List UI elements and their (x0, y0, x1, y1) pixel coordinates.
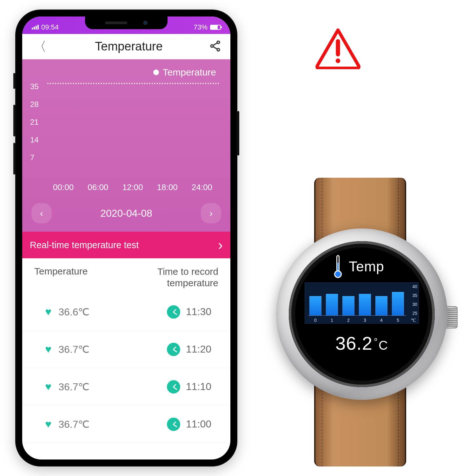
watch-reading: 36.2°C (335, 333, 388, 354)
signal-icon (32, 25, 39, 30)
chart-legend: Temperature (30, 67, 222, 78)
battery-pct: 73% (194, 23, 208, 31)
legend-dot-icon (153, 69, 159, 75)
chart-x-axis: 00:00 06:00 12:00 18:00 24:00 (30, 173, 222, 201)
watch-bar (392, 292, 404, 316)
row-time: 11:20 (186, 343, 218, 355)
log-row[interactable]: ♥ 36.6℃ 11:30 (22, 293, 230, 331)
share-icon (209, 40, 221, 52)
phone-side-button (13, 105, 15, 136)
chart-y-axis: 35 28 21 14 7 (30, 81, 46, 173)
y-tick: 30 (412, 302, 417, 307)
heart-icon: ♥ (45, 343, 51, 355)
watch-bar-chart: 0 1 2 3 4 5 ℃ 40 35 30 25 (305, 282, 419, 324)
x-tick: 12:00 (122, 182, 143, 192)
status-time: 09:54 (41, 23, 59, 31)
svg-point-6 (336, 58, 340, 63)
selected-date[interactable]: 2020-04-08 (100, 208, 152, 219)
y-tick: 28 (30, 100, 46, 113)
x-tick: 0 (309, 318, 321, 323)
row-time: 11:10 (186, 381, 218, 393)
row-time: 11:30 (186, 306, 218, 318)
watch-y-axis: 40 35 30 25 (412, 284, 417, 316)
clock-icon (167, 343, 180, 356)
watch-bar (375, 296, 387, 316)
y-tick: 21 (30, 118, 46, 130)
watch-bar (309, 296, 321, 316)
nav-bar: 〈 Temperature (22, 34, 230, 59)
x-tick: 3 (359, 318, 371, 323)
clock-icon (167, 305, 180, 319)
chart-series-line (47, 83, 219, 84)
x-tick: 4 (375, 318, 387, 323)
phone-notch (85, 17, 168, 29)
col-time-line2: temperature (157, 277, 218, 289)
back-button[interactable]: 〈 (31, 36, 49, 57)
x-tick: 24:00 (192, 182, 212, 192)
temperature-chart: Temperature 35 28 21 14 7 00:00 06:00 12… (22, 59, 230, 232)
y-tick: 35 (30, 82, 46, 95)
y-tick: 7 (30, 153, 46, 166)
prev-day-button[interactable]: ‹ (31, 203, 52, 223)
y-tick: 40 (412, 284, 417, 289)
watch-x-unit: ℃ (411, 318, 416, 323)
phone-side-button (13, 73, 15, 89)
x-tick: 2 (342, 318, 354, 323)
smartwatch: Temp 0 1 2 3 4 5 ℃ (263, 178, 466, 466)
x-tick: 06:00 (88, 182, 108, 192)
battery-icon (210, 25, 221, 30)
col-temperature: Temperature (34, 266, 88, 289)
phone-device: 09:54 73% 〈 Temperature Temperature (15, 10, 237, 466)
row-time: 11:00 (186, 418, 218, 430)
phone-side-button (237, 111, 239, 155)
x-tick: 00:00 (53, 182, 74, 192)
chevron-right-icon: › (218, 237, 223, 253)
row-temp: 36.6℃ (58, 306, 167, 318)
y-tick: 35 (412, 293, 417, 298)
log-row[interactable]: ♥ 36.7℃ 11:20 (22, 331, 230, 368)
heart-icon: ♥ (45, 380, 51, 393)
log-table-header: Temperature Time to record temperature (22, 258, 230, 291)
phone-side-button (13, 143, 15, 175)
page-title: Temperature (95, 40, 162, 53)
chart-plot-area[interactable] (46, 81, 222, 173)
heart-icon: ♥ (45, 418, 51, 430)
log-row[interactable]: ♥ 36.7℃ 11:00 (22, 406, 230, 443)
x-tick: 5 (392, 318, 404, 323)
log-list: ♥ 36.6℃ 11:30 ♥ 36.7℃ 11:20 ♥ 36.7℃ 11:1… (22, 291, 230, 445)
row-temp: 36.7℃ (58, 418, 167, 430)
share-button[interactable] (209, 40, 221, 54)
thermometer-icon (333, 255, 343, 278)
svg-line-4 (213, 46, 217, 49)
clock-icon (167, 418, 180, 431)
row-temp: 36.7℃ (58, 381, 167, 393)
warning-icon (314, 27, 362, 69)
legend-label: Temperature (163, 67, 216, 78)
watch-bar (359, 294, 371, 316)
next-day-button[interactable]: › (201, 203, 221, 223)
watch-face[interactable]: Temp 0 1 2 3 4 5 ℃ (289, 241, 435, 387)
row-temp: 36.7℃ (58, 343, 167, 355)
log-row[interactable]: ♥ 36.7℃ 11:10 (22, 368, 230, 406)
watch-bar (342, 296, 354, 316)
watch-title: Temp (349, 259, 384, 274)
col-time-line1: Time to record (157, 266, 218, 277)
realtime-test-button[interactable]: Real-time temperature test › (22, 232, 230, 258)
date-selector: ‹ 2020-04-08 › (30, 201, 222, 232)
y-tick: 14 (30, 136, 46, 148)
x-tick: 18:00 (157, 182, 178, 192)
watch-bar (326, 294, 338, 316)
phone-screen: 09:54 73% 〈 Temperature Temperature (22, 17, 230, 459)
clock-icon (167, 380, 180, 393)
watch-bezel: Temp 0 1 2 3 4 5 ℃ (276, 228, 447, 400)
x-tick: 1 (326, 318, 338, 323)
watch-value-number: 36.2 (335, 333, 373, 354)
heart-icon: ♥ (45, 306, 51, 318)
cta-label: Real-time temperature test (30, 240, 139, 250)
watch-x-axis: 0 1 2 3 4 5 (305, 318, 419, 323)
svg-line-3 (213, 43, 217, 45)
y-tick: 25 (412, 311, 417, 316)
